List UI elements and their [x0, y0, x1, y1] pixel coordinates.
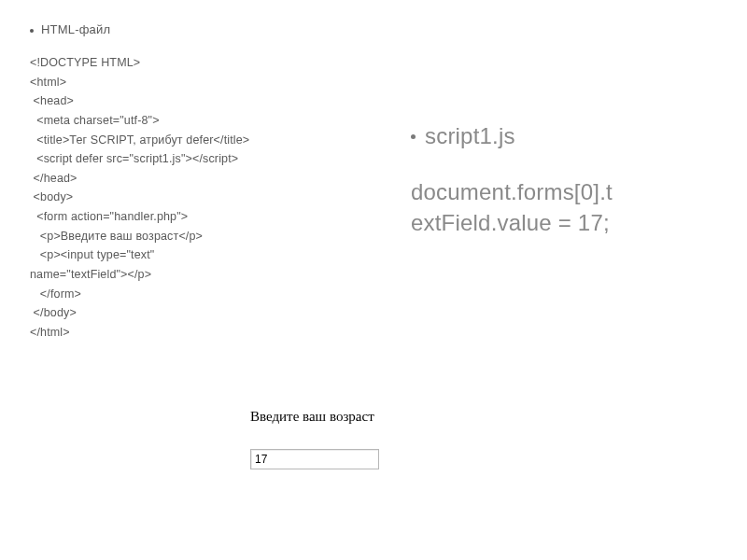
code-line: </form>: [30, 287, 81, 301]
code-line: </html>: [30, 326, 70, 339]
code-line: name="textField"></p>: [30, 268, 151, 281]
code-line: <form action="handler.php">: [30, 210, 188, 223]
html-code-block: <!DOCTYPE HTML> <html> <head> <meta char…: [30, 53, 385, 342]
left-bullet-label: HTML-файл: [41, 22, 110, 36]
right-bullet-label: script1.js: [425, 121, 515, 151]
rendered-label: Введите ваш возраст: [250, 409, 493, 425]
code-line: <!DOCTYPE HTML>: [30, 56, 140, 69]
code-line: <html>: [30, 76, 66, 89]
slide: HTML-файл <!DOCTYPE HTML> <html> <head> …: [0, 0, 747, 560]
right-bullet-row: script1.js: [411, 121, 728, 151]
code-line: <script defer src="script1.js"></script>: [30, 152, 238, 165]
js-code-line: document.forms[0].t: [411, 177, 728, 207]
right-column: script1.js document.forms[0].t extField.…: [411, 121, 728, 238]
left-column: HTML-файл <!DOCTYPE HTML> <html> <head> …: [30, 22, 385, 342]
code-line: <p><input type="text": [30, 248, 154, 261]
bullet-dot-icon: [30, 29, 34, 33]
code-line: <head>: [30, 94, 74, 107]
rendered-text-input[interactable]: 17: [250, 449, 379, 469]
js-code-block: document.forms[0].t extField.value = 17;: [411, 177, 728, 238]
code-line: </head>: [30, 172, 78, 185]
code-line: <p>Введите ваш возраст</p>: [30, 230, 203, 243]
left-bullet-row: HTML-файл: [30, 22, 385, 36]
code-line: </body>: [30, 306, 77, 319]
code-line: <meta charset="utf-8">: [30, 114, 160, 127]
js-code-line: extField.value = 17;: [411, 208, 728, 238]
code-line: <title>Тег SCRIPT, атрибут defer</title>: [30, 133, 249, 147]
code-line: <body>: [30, 190, 73, 203]
bullet-dot-icon: [411, 134, 416, 139]
rendered-output: Введите ваш возраст 17: [250, 409, 493, 469]
